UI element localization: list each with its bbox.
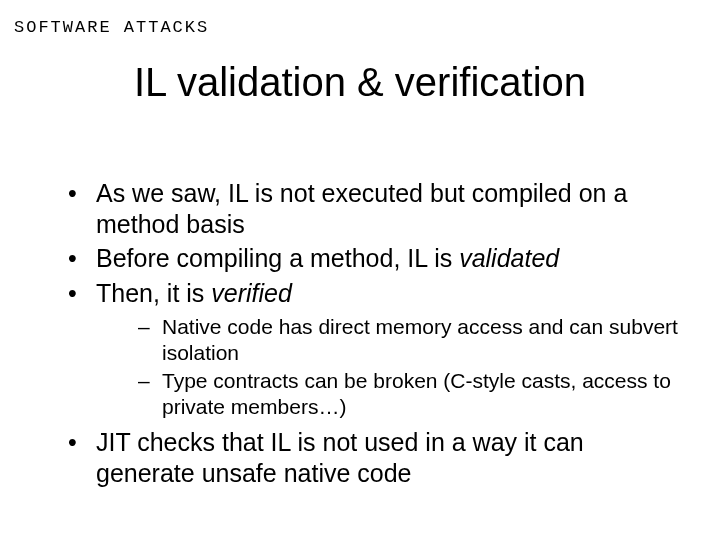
header-label: SOFTWARE ATTACKS	[14, 18, 209, 37]
bullet-item: Then, it is verified Native code has dir…	[64, 278, 680, 420]
sub-item: Type contracts can be broken (C-style ca…	[138, 368, 680, 419]
slide-title: IL validation & verification	[0, 60, 720, 105]
bullet-text: As we saw, IL is not executed but compil…	[96, 179, 627, 238]
bullet-list: As we saw, IL is not executed but compil…	[64, 178, 680, 488]
bullet-text: Then, it is	[96, 279, 211, 307]
bullet-item: As we saw, IL is not executed but compil…	[64, 178, 680, 239]
bullet-item: Before compiling a method, IL is validat…	[64, 243, 680, 274]
bullet-em: verified	[211, 279, 292, 307]
bullet-item: JIT checks that IL is not used in a way …	[64, 427, 680, 488]
bullet-em: validated	[459, 244, 559, 272]
bullet-text: JIT checks that IL is not used in a way …	[96, 428, 584, 487]
sub-text: Native code has direct memory access and…	[162, 315, 678, 364]
sub-list: Native code has direct memory access and…	[96, 314, 680, 419]
slide-body: As we saw, IL is not executed but compil…	[64, 178, 680, 492]
sub-item: Native code has direct memory access and…	[138, 314, 680, 365]
sub-text: Type contracts can be broken (C-style ca…	[162, 369, 671, 418]
bullet-text: Before compiling a method, IL is	[96, 244, 459, 272]
slide: SOFTWARE ATTACKS IL validation & verific…	[0, 0, 720, 540]
